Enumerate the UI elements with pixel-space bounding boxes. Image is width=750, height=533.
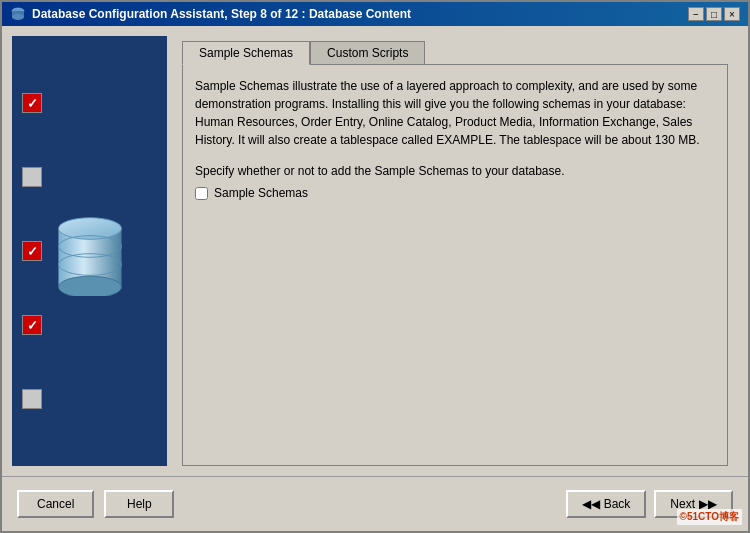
cancel-button[interactable]: Cancel <box>17 490 94 518</box>
check-item-4 <box>22 315 42 335</box>
back-button[interactable]: ◀◀ Back <box>566 490 647 518</box>
back-chevron-icon: ◀◀ <box>582 497 600 511</box>
sample-schemas-checkbox-row: Sample Schemas <box>195 186 715 200</box>
close-button[interactable]: × <box>724 7 740 21</box>
bottom-bar: Cancel Help ◀◀ Back Next ▶▶ <box>2 476 748 531</box>
bottom-left-buttons: Cancel Help <box>17 490 174 518</box>
database-illustration <box>45 206 135 296</box>
check-item-3 <box>22 241 42 261</box>
minimize-button[interactable]: − <box>688 7 704 21</box>
check-item-2 <box>22 167 42 187</box>
sample-schemas-checkbox[interactable] <box>195 187 208 200</box>
title-bar: Database Configuration Assistant, Step 8… <box>2 2 748 26</box>
title-bar-left: Database Configuration Assistant, Step 8… <box>10 6 411 22</box>
title-bar-controls: − □ × <box>688 7 740 21</box>
title-bar-text: Database Configuration Assistant, Step 8… <box>32 7 411 21</box>
svg-point-2 <box>12 14 24 20</box>
maximize-button[interactable]: □ <box>706 7 722 21</box>
description-text: Sample Schemas illustrate the use of a l… <box>195 77 715 149</box>
check-item-1 <box>22 93 42 113</box>
tab-bar: Sample Schemas Custom Scripts <box>182 41 728 65</box>
watermark: ©51CTO博客 <box>677 509 742 525</box>
check-items-list <box>22 36 42 466</box>
tab-content-sample-schemas: Sample Schemas illustrate the use of a l… <box>182 64 728 466</box>
app-icon <box>10 6 26 22</box>
sample-schemas-label: Sample Schemas <box>214 186 308 200</box>
tab-sample-schemas[interactable]: Sample Schemas <box>182 41 310 65</box>
svg-point-7 <box>58 276 121 296</box>
content-area: Sample Schemas Custom Scripts Sample Sch… <box>2 26 748 476</box>
tab-custom-scripts[interactable]: Custom Scripts <box>310 41 425 65</box>
left-panel <box>12 36 167 466</box>
specify-text: Specify whether or not to add the Sample… <box>195 164 715 178</box>
help-button[interactable]: Help <box>104 490 174 518</box>
main-window: Database Configuration Assistant, Step 8… <box>0 0 750 533</box>
right-panel: Sample Schemas Custom Scripts Sample Sch… <box>167 36 738 466</box>
check-item-5 <box>22 389 42 409</box>
